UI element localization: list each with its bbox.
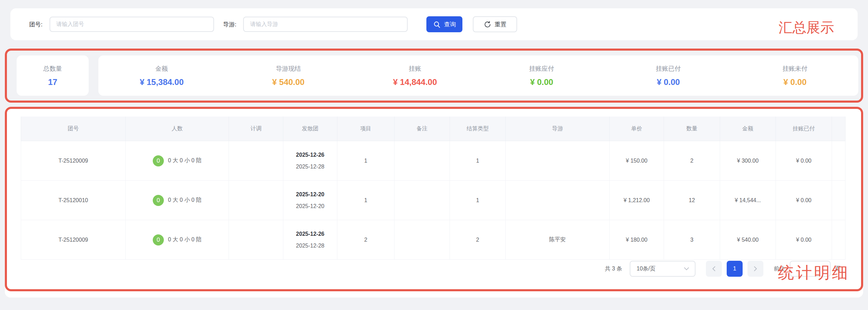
page-size-value: 10条/页 (637, 265, 655, 273)
cell-pax: 00 大 0 小 0 陪 (126, 181, 229, 220)
search-button-label: 查询 (444, 20, 456, 28)
cell-tour_dates: 2025-12-262025-12-28 (283, 141, 337, 181)
prev-page-button[interactable] (706, 261, 722, 277)
guide-input[interactable] (243, 17, 408, 32)
cell-pax: 00 大 0 小 0 陪 (126, 220, 229, 260)
cell-group_no: T-25120009 (21, 220, 126, 260)
cell-amount: ¥ 300.00 (720, 141, 776, 181)
summary-metric-4: 挂账已付¥ 0.00 (605, 64, 732, 87)
pax-count-badge: 0 (153, 234, 164, 246)
cell-tour_dates: 2025-12-262025-12-28 (283, 220, 337, 260)
cell-tour_dates: 2025-12-202025-12-20 (283, 181, 337, 220)
metric-label: 挂账已付 (656, 64, 681, 73)
cell-settle_type: 1 (450, 141, 506, 181)
detail-table-card: 团号人数计调发散团项目备注结算类型导游单价数量金额挂账已付 T-25120009… (5, 107, 863, 298)
page-1-button[interactable]: 1 (727, 261, 743, 277)
cell-account_paid: ¥ 0.00 (776, 181, 832, 220)
cell-amount: ¥ 540.00 (720, 220, 776, 260)
cell-unit_price: ¥ 150.00 (610, 141, 664, 181)
search-button[interactable]: 查询 (426, 16, 462, 32)
column-header-unit_price: 单价 (610, 117, 664, 141)
chevron-left-icon (712, 266, 716, 272)
group-no-label: 团号: (29, 20, 43, 28)
column-header-pax: 人数 (126, 117, 229, 141)
tour-end-date: 2025-12-28 (284, 164, 337, 170)
pagination-total: 共 3 条 (605, 265, 622, 273)
summary-total-label: 总数量 (43, 64, 62, 73)
cell-group_no: T-25120009 (21, 141, 126, 181)
guide-label: 导游: (223, 20, 237, 28)
search-icon (433, 21, 441, 28)
summary-card-metrics: 金额¥ 15,384.00导游现结¥ 540.00挂账¥ 14,844.00挂账… (98, 55, 858, 96)
cell-pax: 00 大 0 小 0 陪 (126, 141, 229, 181)
summary-card-total: 总数量 17 (17, 55, 89, 96)
filter-bar: 团号: 导游: 查询 重置 (10, 8, 858, 40)
cell-guide (506, 141, 610, 181)
cell-extra (832, 220, 845, 260)
cell-project: 1 (337, 141, 395, 181)
metric-value: ¥ 15,384.00 (140, 77, 184, 87)
tour-start-date: 2025-12-20 (284, 191, 337, 198)
metric-label: 挂账 (409, 64, 421, 73)
metrics: 金额¥ 15,384.00导游现结¥ 540.00挂账¥ 14,844.00挂账… (98, 64, 858, 87)
statistics-page: 团号: 导游: 查询 重置 总数量 17 金额¥ 15,3 (0, 0, 868, 310)
reset-button-label: 重置 (495, 20, 506, 28)
cell-extra (832, 141, 845, 181)
pagination: 共 3 条 10条/页 1 (605, 261, 840, 277)
goto-page-suffix: 页 (835, 265, 840, 273)
column-header-settle_type: 结算类型 (450, 117, 506, 141)
pax-count-badge: 0 (153, 155, 164, 166)
cell-dispatcher (229, 181, 283, 220)
column-header-remark: 备注 (395, 117, 450, 141)
metric-label: 导游现结 (276, 64, 301, 73)
summary-total-value: 17 (48, 77, 57, 87)
cell-settle_type: 1 (450, 181, 506, 220)
cell-extra (832, 181, 845, 220)
summary-metric-0: 金额¥ 15,384.00 (98, 64, 225, 87)
cell-quantity: 2 (664, 141, 720, 181)
chevron-right-icon (753, 266, 758, 272)
pax-breakdown: 0 大 0 小 0 陪 (168, 197, 202, 204)
detail-table: 团号人数计调发散团项目备注结算类型导游单价数量金额挂账已付 T-25120009… (21, 117, 845, 260)
summary-metric-1: 导游现结¥ 540.00 (225, 64, 352, 87)
cell-amount: ¥ 14,544... (720, 181, 776, 220)
metric-value: ¥ 540.00 (272, 77, 304, 87)
summary-metric-2: 挂账¥ 14,844.00 (352, 64, 478, 87)
tour-start-date: 2025-12-26 (284, 231, 337, 237)
chevron-down-icon (684, 267, 689, 271)
column-header-guide: 导游 (506, 117, 610, 141)
page-size-select[interactable]: 10条/页 (630, 261, 696, 277)
cell-account_paid: ¥ 0.00 (776, 141, 832, 181)
column-header-group_no: 团号 (21, 117, 126, 141)
next-page-button[interactable] (747, 261, 763, 277)
metric-label: 挂账未付 (782, 64, 807, 73)
group-no-input[interactable] (50, 17, 214, 32)
cell-project: 2 (337, 220, 395, 260)
table-row: T-2512001000 大 0 小 0 陪2025-12-202025-12-… (21, 181, 845, 220)
metric-value: ¥ 0.00 (783, 77, 807, 87)
metric-value: ¥ 14,844.00 (393, 77, 437, 87)
summary-metric-5: 挂账未付¥ 0.00 (732, 64, 858, 87)
cell-unit_price: ¥ 180.00 (610, 220, 664, 260)
table-header-row: 团号人数计调发散团项目备注结算类型导游单价数量金额挂账已付 (21, 117, 845, 141)
tour-end-date: 2025-12-20 (284, 203, 337, 209)
cell-remark (395, 181, 450, 220)
cell-remark (395, 141, 450, 181)
goto-page-prefix: 前往 (774, 265, 785, 273)
column-header-quantity: 数量 (664, 117, 720, 141)
column-header-project: 项目 (337, 117, 395, 141)
cell-guide (506, 181, 610, 220)
pax-count-badge: 0 (153, 195, 164, 206)
cell-settle_type: 2 (450, 220, 506, 260)
metric-label: 挂账应付 (529, 64, 554, 73)
metric-label: 金额 (156, 64, 168, 73)
cell-unit_price: ¥ 1,212.00 (610, 181, 664, 220)
goto-page-input[interactable] (790, 261, 831, 277)
column-header-amount: 金额 (720, 117, 776, 141)
cell-dispatcher (229, 220, 283, 260)
column-header-extra (832, 117, 845, 141)
reset-button[interactable]: 重置 (473, 16, 517, 32)
cell-remark (395, 220, 450, 260)
cell-quantity: 3 (664, 220, 720, 260)
cell-guide: 陈平安 (506, 220, 610, 260)
